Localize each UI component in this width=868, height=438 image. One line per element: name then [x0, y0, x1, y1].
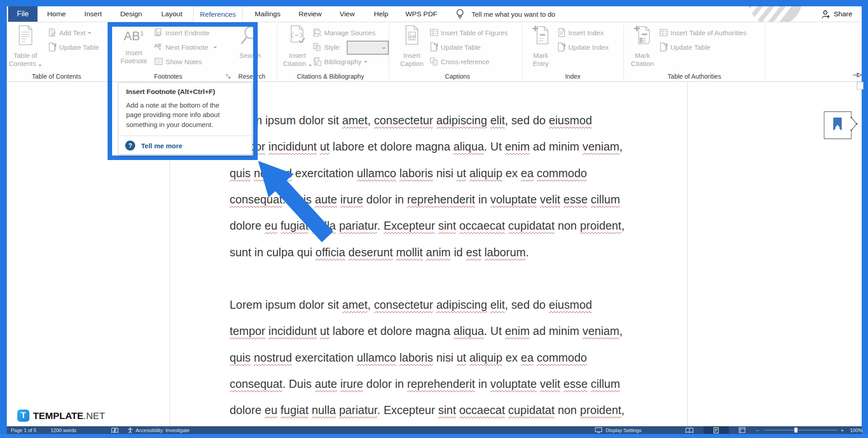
misspelled-word: deserunt — [349, 246, 393, 259]
tell-me-box[interactable]: Tell me what you want to do — [472, 6, 555, 22]
status-words[interactable]: 1200 words — [51, 426, 76, 434]
insert-caption-icon — [403, 25, 421, 47]
insert-caption-button[interactable]: Insert Caption — [400, 25, 424, 68]
tooltip-divider — [119, 136, 251, 136]
status-accessibility[interactable]: Accessibility: Investigate — [136, 426, 189, 434]
misspelled-word: nulla — [311, 404, 335, 416]
table-of-contents-icon — [16, 25, 34, 47]
pin-ribbon-icon[interactable] — [853, 71, 863, 80]
style-select-dropdown[interactable] — [379, 41, 389, 55]
tooltip-body-line: Add a note at the bottom of the — [126, 100, 220, 110]
insert-index-button[interactable]: Insert Index — [557, 28, 604, 37]
document-text: dolor in — [363, 193, 407, 206]
document-text — [487, 298, 490, 311]
document-text: . — [377, 219, 383, 232]
cross-reference-button[interactable]: Cross-reference — [429, 57, 490, 66]
update-table-authorities-label: Update Table — [670, 43, 710, 51]
zoom-out-button[interactable]: − — [756, 426, 759, 434]
tab-design[interactable]: Design — [120, 6, 142, 22]
misspelled-word: consectetur — [374, 298, 433, 311]
insert-citation-icon — [288, 25, 307, 47]
read-mode-button[interactable] — [680, 426, 699, 434]
help-question-icon: ? — [125, 141, 135, 151]
insert-table-of-figures-label: Insert Table of Figures — [441, 29, 508, 37]
tell-me-more-link[interactable]: Tell me more — [141, 142, 182, 150]
tab-help[interactable]: Help — [374, 6, 388, 22]
document-text: , — [621, 219, 624, 232]
add-text-button[interactable]: Add Text — [48, 28, 91, 37]
document-text — [433, 114, 436, 127]
share-button[interactable]: Share — [821, 6, 852, 22]
update-table-toc-button[interactable]: Update Table — [48, 42, 99, 52]
misspelled-word: occaecat — [459, 404, 505, 416]
annotation-arrow — [253, 157, 339, 250]
print-layout-button[interactable] — [703, 426, 729, 434]
misspelled-word: cillum — [591, 193, 620, 206]
document-paragraph-2[interactable]: Lorem ipsum dolor sit amet, consectetur … — [230, 292, 624, 424]
misspelled-word: elit — [491, 298, 505, 311]
template-net-logo-name: TEMPLATE — [33, 410, 84, 421]
insert-table-of-figures-button[interactable]: Insert Table of Figures — [429, 28, 508, 37]
document-text: . Excepteur — [377, 404, 438, 416]
insert-citation-button[interactable]: Insert Citation — [283, 25, 312, 68]
document-text: nisi — [433, 351, 457, 364]
tab-mailings[interactable]: Mailings — [255, 6, 281, 22]
misspelled-word: laborum — [484, 246, 525, 259]
update-table-captions-button[interactable]: Update Table — [429, 42, 481, 52]
window-frame-left — [0, 6, 7, 434]
tooltip-title: Insert Footnote (Alt+Ctrl+F) — [126, 88, 215, 96]
document-text: , sed do — [505, 114, 549, 127]
tab-references[interactable]: References — [193, 6, 242, 22]
update-index-label: Update Index — [568, 43, 609, 51]
tab-view[interactable]: View — [340, 6, 354, 22]
misspelled-word: cillum — [591, 377, 620, 390]
tab-layout[interactable]: Layout — [161, 6, 183, 22]
scrollbar-top-nub[interactable] — [857, 82, 863, 89]
tooltip-body: Add a note at the bottom of thepage prov… — [126, 100, 220, 129]
share-label: Share — [834, 10, 852, 18]
bibliography-button[interactable]: Bibliography — [313, 57, 368, 66]
insert-table-of-authorities-button[interactable]: Insert Table of Authorities — [659, 28, 746, 37]
bibliography-label: Bibliography — [324, 58, 362, 66]
zoom-level[interactable]: 100% — [850, 426, 863, 434]
zoom-in-button[interactable]: + — [841, 426, 844, 434]
table-of-contents-button[interactable]: Table of Contents — [9, 25, 42, 68]
group-separator — [389, 26, 389, 79]
toc-label-1: Table of — [14, 52, 38, 60]
misspelled-word: aute — [315, 377, 337, 390]
zoom-slider-track[interactable] — [764, 430, 837, 430]
proofing-icon[interactable] — [111, 426, 118, 434]
status-bar: Page 1 of 5 1200 words Accessibility: In… — [7, 426, 862, 434]
display-settings-icon — [595, 426, 602, 434]
mark-citation-button[interactable]: Mark Citation — [631, 25, 654, 68]
tab-file[interactable]: File — [8, 6, 38, 22]
bibliography-icon — [313, 57, 322, 66]
web-layout-button[interactable] — [732, 426, 751, 434]
tab-insert[interactable]: Insert — [85, 6, 102, 22]
style-icon — [313, 42, 322, 52]
style-select[interactable] — [347, 41, 381, 55]
accessibility-icon — [127, 426, 133, 434]
tab-review[interactable]: Review — [299, 6, 322, 22]
document-line: tempor incididunt ut labore et dolore ma… — [230, 318, 624, 344]
mark-entry-label-2: Entry — [533, 60, 548, 68]
template-net-logo-tld: .NET — [84, 410, 105, 421]
update-index-button[interactable]: Update Index — [557, 42, 609, 52]
tab-home[interactable]: Home — [47, 6, 66, 22]
update-table-authorities-button[interactable]: Update Table — [659, 42, 710, 52]
document-text — [278, 404, 281, 416]
status-page[interactable]: Page 1 of 5 — [11, 426, 36, 434]
insert-citation-label-2: Citation — [283, 60, 312, 68]
misspelled-word: fugiat — [281, 404, 309, 416]
bookmark-icon — [834, 118, 841, 130]
insert-table-of-authorities-label: Insert Table of Authorities — [670, 29, 746, 37]
add-text-icon — [48, 28, 57, 37]
zoom-slider-handle[interactable] — [794, 428, 797, 433]
tab-wps-pdf[interactable]: WPS PDF — [406, 6, 438, 22]
document-text: ex — [502, 351, 521, 364]
status-display-settings[interactable]: Display Settings — [606, 426, 642, 434]
manage-sources-button[interactable]: Manage Sources — [313, 28, 375, 37]
mark-entry-button[interactable]: Mark Entry — [532, 25, 550, 68]
misspelled-word: ea — [521, 167, 533, 179]
insert-citation-label-1: Insert — [289, 52, 306, 60]
